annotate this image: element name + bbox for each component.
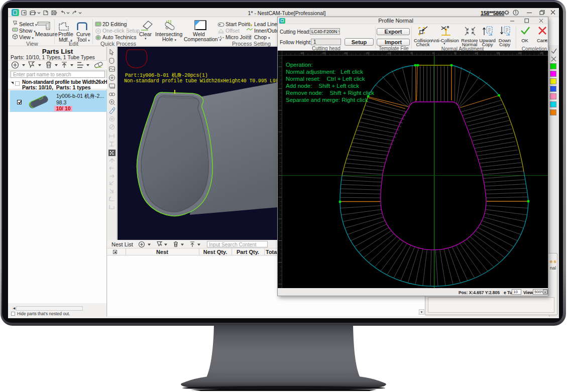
svg-text:10: 10 <box>475 52 478 55</box>
svg-text:Normal adjustment: Left clic: Normal adjustment: Left click <box>286 69 363 75</box>
svg-text:-10: -10 <box>387 52 390 55</box>
svg-text:15: 15 <box>496 52 499 55</box>
svg-text:Operation:: Operation: <box>286 62 313 68</box>
svg-text:Remove node: Shift + Right: Remove node: Shift + Right click <box>286 90 374 96</box>
svg-text:20: 20 <box>518 52 521 55</box>
svg-text:-20: -20 <box>344 52 347 55</box>
svg-text:Separate and merge: Right clic: Separate and merge: Right click <box>286 97 368 103</box>
svg-text:-5: -5 <box>410 52 412 55</box>
svg-text:-30: -30 <box>300 52 303 55</box>
svg-text:-25: -25 <box>321 52 325 55</box>
svg-text:Add node: Shift + Left clic: Add node: Shift + Left click <box>286 83 359 89</box>
svg-text:Normal reset: Ctrl + Left c: Normal reset: Ctrl + Left click <box>286 76 365 82</box>
svg-text:-15: -15 <box>365 52 369 55</box>
svg-text:25: 25 <box>540 52 543 55</box>
